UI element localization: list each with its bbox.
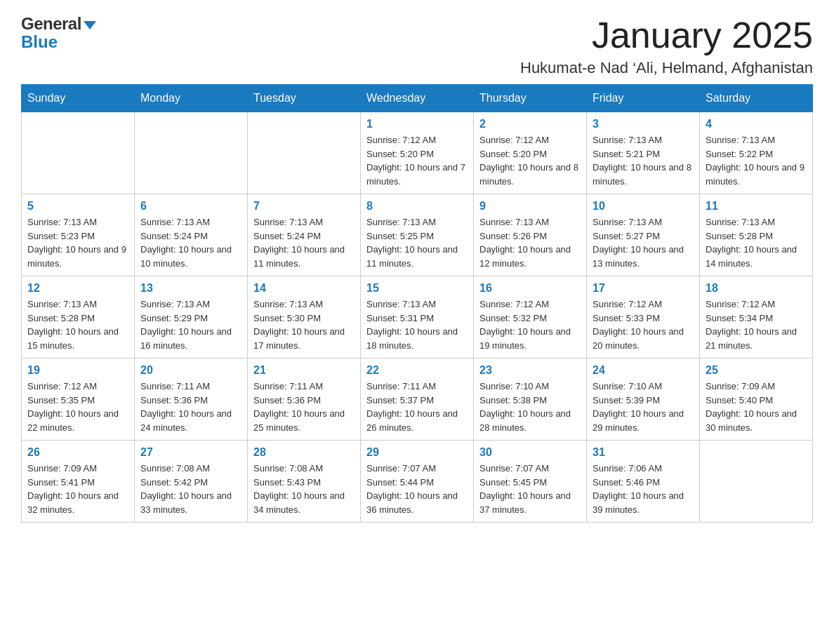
day-number: 1 [366,118,468,130]
day-number: 16 [479,282,581,295]
table-row: 3Sunrise: 7:13 AM Sunset: 5:21 PM Daylig… [587,112,700,194]
day-info: Sunrise: 7:13 AM Sunset: 5:24 PM Dayligh… [140,215,241,270]
calendar-week-row: 5Sunrise: 7:13 AM Sunset: 5:23 PM Daylig… [22,194,813,276]
day-number: 21 [253,364,355,377]
calendar-table: Sunday Monday Tuesday Wednesday Thursday… [21,84,813,523]
calendar-week-row: 12Sunrise: 7:13 AM Sunset: 5:28 PM Dayli… [22,276,813,358]
table-row: 27Sunrise: 7:08 AM Sunset: 5:42 PM Dayli… [135,441,248,523]
table-row: 2Sunrise: 7:12 AM Sunset: 5:20 PM Daylig… [474,112,587,194]
day-info: Sunrise: 7:10 AM Sunset: 5:38 PM Dayligh… [479,380,581,434]
day-info: Sunrise: 7:09 AM Sunset: 5:40 PM Dayligh… [706,380,807,434]
table-row: 14Sunrise: 7:13 AM Sunset: 5:30 PM Dayli… [248,276,361,358]
logo-line2: Blue [21,32,96,52]
table-row: 6Sunrise: 7:13 AM Sunset: 5:24 PM Daylig… [135,194,248,276]
day-number: 3 [593,118,694,130]
table-row: 11Sunrise: 7:13 AM Sunset: 5:28 PM Dayli… [700,194,813,276]
day-info: Sunrise: 7:12 AM Sunset: 5:32 PM Dayligh… [479,297,581,352]
table-row: 18Sunrise: 7:12 AM Sunset: 5:34 PM Dayli… [700,276,813,358]
day-info: Sunrise: 7:07 AM Sunset: 5:45 PM Dayligh… [479,462,581,516]
table-row: 20Sunrise: 7:11 AM Sunset: 5:36 PM Dayli… [135,358,248,441]
table-row: 19Sunrise: 7:12 AM Sunset: 5:35 PM Dayli… [22,358,135,441]
day-info: Sunrise: 7:13 AM Sunset: 5:29 PM Dayligh… [140,297,241,352]
table-row: 7Sunrise: 7:13 AM Sunset: 5:24 PM Daylig… [248,194,361,276]
day-number: 11 [706,200,807,213]
day-number: 19 [27,364,128,377]
day-number: 8 [366,200,468,213]
table-row: 24Sunrise: 7:10 AM Sunset: 5:39 PM Dayli… [587,358,700,441]
day-number: 22 [366,364,468,377]
table-row: 21Sunrise: 7:11 AM Sunset: 5:36 PM Dayli… [248,358,361,441]
table-row: 28Sunrise: 7:08 AM Sunset: 5:43 PM Dayli… [248,441,361,523]
table-row: 13Sunrise: 7:13 AM Sunset: 5:29 PM Dayli… [135,276,248,358]
table-row: 8Sunrise: 7:13 AM Sunset: 5:25 PM Daylig… [361,194,474,276]
table-row: 30Sunrise: 7:07 AM Sunset: 5:45 PM Dayli… [474,441,587,523]
day-number: 29 [366,446,468,459]
table-row [22,112,135,194]
col-sunday: Sunday [22,85,135,112]
table-row: 17Sunrise: 7:12 AM Sunset: 5:33 PM Dayli… [587,276,700,358]
logo-line1: General [21,14,96,34]
day-number: 18 [706,282,807,295]
table-row: 22Sunrise: 7:11 AM Sunset: 5:37 PM Dayli… [361,358,474,441]
day-number: 30 [479,446,581,459]
day-info: Sunrise: 7:12 AM Sunset: 5:20 PM Dayligh… [479,133,581,188]
table-row: 29Sunrise: 7:07 AM Sunset: 5:44 PM Dayli… [361,441,474,523]
col-friday: Friday [587,85,700,112]
day-info: Sunrise: 7:11 AM Sunset: 5:37 PM Dayligh… [366,380,468,434]
day-info: Sunrise: 7:13 AM Sunset: 5:31 PM Dayligh… [366,297,468,352]
calendar-week-row: 1Sunrise: 7:12 AM Sunset: 5:20 PM Daylig… [22,112,813,194]
table-row: 23Sunrise: 7:10 AM Sunset: 5:38 PM Dayli… [474,358,587,441]
day-number: 6 [140,200,241,213]
logo: General Blue [21,14,96,52]
col-thursday: Thursday [474,85,587,112]
col-monday: Monday [135,85,248,112]
day-number: 10 [593,200,694,213]
day-number: 15 [366,282,468,295]
logo-arrow-icon [84,21,96,29]
day-number: 5 [27,200,128,213]
day-info: Sunrise: 7:12 AM Sunset: 5:33 PM Dayligh… [593,297,694,352]
day-number: 26 [27,446,128,459]
day-info: Sunrise: 7:09 AM Sunset: 5:41 PM Dayligh… [27,462,128,516]
day-number: 20 [140,364,241,377]
day-number: 28 [253,446,355,459]
table-row: 9Sunrise: 7:13 AM Sunset: 5:26 PM Daylig… [474,194,587,276]
header: General Blue January 2025 Hukumat-e Nad … [21,14,813,77]
day-number: 4 [706,118,807,130]
day-number: 7 [253,200,355,213]
day-info: Sunrise: 7:13 AM Sunset: 5:22 PM Dayligh… [706,133,807,188]
table-row: 26Sunrise: 7:09 AM Sunset: 5:41 PM Dayli… [22,441,135,523]
table-row [248,112,361,194]
table-row: 31Sunrise: 7:06 AM Sunset: 5:46 PM Dayli… [587,441,700,523]
table-row: 10Sunrise: 7:13 AM Sunset: 5:27 PM Dayli… [587,194,700,276]
day-info: Sunrise: 7:13 AM Sunset: 5:21 PM Dayligh… [593,133,694,188]
day-number: 25 [706,364,807,377]
day-number: 14 [253,282,355,295]
day-info: Sunrise: 7:12 AM Sunset: 5:34 PM Dayligh… [706,297,807,352]
day-number: 23 [479,364,581,377]
day-number: 9 [479,200,581,213]
day-info: Sunrise: 7:12 AM Sunset: 5:20 PM Dayligh… [366,133,468,188]
col-tuesday: Tuesday [248,85,361,112]
day-info: Sunrise: 7:06 AM Sunset: 5:46 PM Dayligh… [593,462,694,516]
calendar-week-row: 19Sunrise: 7:12 AM Sunset: 5:35 PM Dayli… [22,358,813,441]
table-row: 5Sunrise: 7:13 AM Sunset: 5:23 PM Daylig… [22,194,135,276]
day-info: Sunrise: 7:07 AM Sunset: 5:44 PM Dayligh… [366,462,468,516]
table-row: 15Sunrise: 7:13 AM Sunset: 5:31 PM Dayli… [361,276,474,358]
day-info: Sunrise: 7:13 AM Sunset: 5:27 PM Dayligh… [593,215,694,270]
day-number: 17 [593,282,694,295]
subtitle: Hukumat-e Nad ‘Ali, Helmand, Afghanistan [520,59,813,77]
day-info: Sunrise: 7:13 AM Sunset: 5:28 PM Dayligh… [27,297,128,352]
table-row: 25Sunrise: 7:09 AM Sunset: 5:40 PM Dayli… [700,358,813,441]
table-row [700,441,813,523]
day-number: 13 [140,282,241,295]
title-area: January 2025 Hukumat-e Nad ‘Ali, Helmand… [520,14,813,77]
table-row: 4Sunrise: 7:13 AM Sunset: 5:22 PM Daylig… [700,112,813,194]
col-saturday: Saturday [700,85,813,112]
day-info: Sunrise: 7:13 AM Sunset: 5:28 PM Dayligh… [706,215,807,270]
day-info: Sunrise: 7:13 AM Sunset: 5:26 PM Dayligh… [479,215,581,270]
calendar-header-row: Sunday Monday Tuesday Wednesday Thursday… [22,85,813,112]
day-number: 2 [479,118,581,130]
day-info: Sunrise: 7:12 AM Sunset: 5:35 PM Dayligh… [27,380,128,434]
day-info: Sunrise: 7:11 AM Sunset: 5:36 PM Dayligh… [253,380,355,434]
